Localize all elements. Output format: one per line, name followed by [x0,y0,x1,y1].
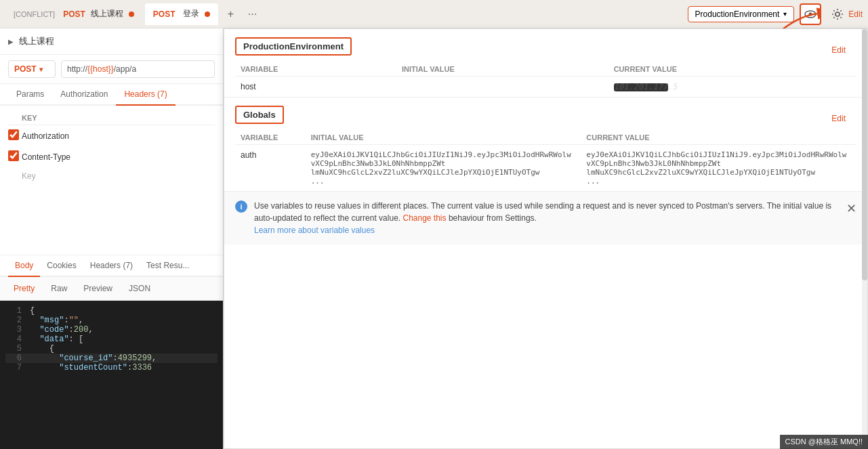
conflict-tab-name: 线上课程 [91,8,123,20]
login-tab-name: 登录 [183,8,199,20]
fmt-raw[interactable]: Raw [45,281,73,296]
global-auth-row: auth eyJ0eXAiOiJKV1QiLCJhbGciOiJIUzI1NiJ… [235,145,856,192]
json-line: 5 { [5,344,218,354]
tab-response-headers[interactable]: Headers (7) [83,255,140,276]
header-row: Authorization [8,125,215,147]
content-type-checkbox[interactable] [8,150,19,161]
request-tabs: Params Authorization Headers (7) [0,84,223,106]
key-col-header: KEY [22,111,215,125]
tab-bar: [CONFLICT] POST 线上课程 POST 登录 + ··· Produ… [0,0,868,28]
env-selector[interactable]: ProductionEnvironment ▾ [688,6,795,22]
conflict-tab[interactable]: [CONFLICT] POST 线上课程 [5,3,142,25]
global-initial-auth: eyJ0eXAiOiJKV1QiLCJhbGciOiJIUzI1NiJ9.eyJ… [306,145,581,192]
tab-body[interactable]: Body [8,255,40,277]
svg-point-1 [809,12,812,16]
json-line: 4 "data" : [ [5,335,218,344]
add-tab-button[interactable]: + [221,5,240,24]
header-row-placeholder: Key [8,167,215,185]
json-body: 1 { 2 "msg" : "" , 3 "code" : 200 , [0,301,223,450]
json-line: 1 { [5,306,218,316]
global-current-col: CURRENT VALUE [581,131,856,145]
initial-col: INITIAL VALUE [396,62,608,77]
right-panel: ProductionEnvironment Edit VARIABLE INIT… [224,28,868,449]
checkbox-col-header [8,111,22,125]
url-suffix: /app/a [114,64,136,74]
globals-table: VARIABLE INITIAL VALUE CURRENT VALUE aut… [235,131,856,191]
tab-test-results[interactable]: Test Resu... [140,255,196,276]
production-env-title: ProductionEnvironment [235,37,352,56]
method-chevron-icon: ▾ [39,66,43,73]
info-icon: i [235,200,247,213]
global-var-col: VARIABLE [235,131,306,145]
url-host: {{host}} [87,64,114,74]
collection-chevron-icon: ▶ [8,38,14,45]
tab-headers[interactable]: Headers (7) [116,84,175,106]
header-row: Content-Type [8,146,215,167]
tab-authorization[interactable]: Authorization [52,84,116,104]
env-bar: ProductionEnvironment ▾ [688,3,849,25]
fmt-preview[interactable]: Preview [78,281,118,296]
json-line-highlight: 6 "course_id" : 4935299 , [5,354,218,363]
json-line: 2 "msg" : "" , [5,316,218,325]
eye-icon [804,9,817,19]
env-var-host: host [235,77,396,98]
gear-icon [831,8,844,20]
production-env-section: ProductionEnvironment Edit VARIABLE INIT… [224,29,867,97]
method-label: POST [14,64,37,74]
watermark: CSDN @格格巫 MMQ!! [780,435,868,449]
method-selector[interactable]: POST ▾ [8,60,56,78]
headers-section: KEY Authorization Content-Type [0,106,223,255]
env-initial-host [396,77,608,98]
fmt-json[interactable]: JSON [123,281,156,296]
learn-more-link[interactable]: Learn more about variable values [254,226,375,235]
collection-header[interactable]: ▶ 线上课程 [0,28,223,55]
tab-cookies[interactable]: Cookies [40,255,83,276]
request-bar: POST ▾ http://{{host}}/app/a [0,55,223,84]
main-layout: ▶ 线上课程 POST ▾ http://{{host}}/app/a Para… [0,28,868,449]
globals-section: Globals Edit VARIABLE INITIAL VALUE CURR… [224,98,867,191]
env-eye-button[interactable] [800,3,821,25]
globals-title: Globals [235,106,284,124]
more-tabs-button[interactable]: ··· [243,5,262,24]
collection-title: 线上课程 [19,35,54,47]
login-method: POST [153,9,175,19]
var-col: VARIABLE [235,62,396,77]
body-format-tabs: Pretty Raw Preview JSON [0,277,223,301]
info-text: Use variables to reuse values in differe… [254,200,840,236]
conflict-label: [CONFLICT] [14,10,55,18]
close-dropdown-button[interactable]: ✕ [846,200,856,218]
env-edit-link[interactable]: Edit [848,9,863,19]
tab-params[interactable]: Params [8,84,52,104]
env-dropdown: ProductionEnvironment Edit VARIABLE INIT… [224,28,868,449]
url-prefix: http:// [67,64,87,74]
fmt-pretty[interactable]: Pretty [8,281,40,296]
response-tabs: Body Cookies Headers (7) Test Resu... [0,255,223,277]
current-col: CURRENT VALUE [608,62,856,77]
env-current-host: 101.201.177.5 [608,77,856,98]
login-dot [205,12,210,17]
json-line: 3 "code" : 200 , [5,325,218,335]
key-placeholder[interactable]: Key [22,167,215,185]
global-var-auth: auth [235,145,306,192]
scrollbar-thumb[interactable] [862,29,867,280]
authorization-checkbox[interactable] [8,129,19,140]
env-selector-label: ProductionEnvironment [695,9,780,19]
chevron-down-icon: ▾ [783,10,787,18]
change-this-link[interactable]: Change this [402,213,446,223]
globals-edit-link[interactable]: Edit [821,111,856,126]
production-edit-link[interactable]: Edit [821,43,856,58]
global-current-auth: eyJ0eXAiOiJKV1QiLCJhbGciOiJIUzI1NiJ9.eyJ… [581,145,856,192]
scrollbar-track[interactable] [862,29,867,448]
login-tab[interactable]: POST 登录 [145,3,219,25]
env-info-box: i Use variables to reuse values in diffe… [224,192,867,244]
authorization-key: Authorization [22,125,215,147]
left-panel: ▶ 线上课程 POST ▾ http://{{host}}/app/a Para… [0,28,224,449]
url-input[interactable]: http://{{host}}/app/a [61,60,215,78]
json-line: 7 "studentCount" : 3336 [5,363,218,372]
headers-table: KEY Authorization Content-Type [8,111,215,185]
settings-gear-button[interactable] [827,3,848,25]
production-env-table: VARIABLE INITIAL VALUE CURRENT VALUE hos… [235,62,856,97]
global-initial-col: INITIAL VALUE [306,131,581,145]
svg-point-2 [835,12,840,16]
content-type-key: Content-Type [22,146,215,167]
